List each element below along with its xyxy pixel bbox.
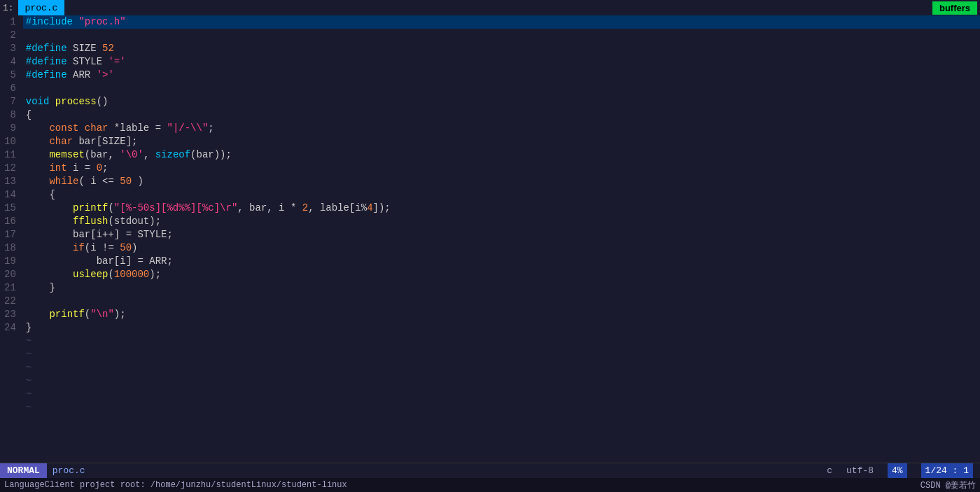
tilde-marker: ~ [23, 348, 980, 361]
tilde-row: ~ [0, 348, 980, 361]
line-content: } [23, 321, 980, 335]
line-content: fflush(stdout); [23, 215, 980, 228]
line-content: if(i != 50) [23, 241, 980, 255]
table-row: 16 fflush(stdout); [0, 215, 980, 228]
status-position: 1/24 : 1 [921, 463, 973, 479]
line-number: 4 [0, 55, 23, 69]
line-content: bar[i] = ARR; [23, 255, 980, 268]
line-number: 20 [0, 268, 23, 281]
editor-area: 1#include "proc.h"2 3#define SIZE 524#de… [0, 15, 980, 463]
tilde-marker: ~ [23, 361, 980, 374]
table-row: 6 [0, 82, 980, 95]
tilde-num [0, 374, 23, 388]
line-content: const char *lable = "|/-\\"; [23, 122, 980, 135]
status-encoding: utf-8 [846, 465, 874, 476]
table-row: 19 bar[i] = ARR; [0, 255, 980, 268]
line-content [23, 29, 980, 42]
tilde-marker: ~ [23, 388, 980, 401]
line-number: 10 [0, 135, 23, 148]
table-row: 8{ [0, 108, 980, 122]
line-content: while( i <= 50 ) [23, 175, 980, 188]
line-content: usleep(100000); [23, 268, 980, 281]
tab-list: 1: proc.c [3, 0, 64, 15]
table-row: 5#define ARR '>' [0, 69, 980, 82]
line-content: { [23, 188, 980, 202]
status-filetype: c [827, 465, 832, 476]
table-row: 21 } [0, 281, 980, 295]
table-row: 1#include "proc.h" [0, 15, 980, 29]
tilde-marker: ~ [23, 401, 980, 414]
tilde-num [0, 388, 23, 401]
line-number: 6 [0, 82, 23, 95]
table-row: 4#define STYLE '=' [0, 55, 980, 69]
buffers-button[interactable]: buffers [932, 1, 977, 15]
line-number: 9 [0, 122, 23, 135]
line-number: 23 [0, 308, 23, 321]
table-row: 24} [0, 321, 980, 335]
status-right: c utf-8 4% 1/24 : 1 [827, 463, 980, 479]
table-row: 22 [0, 295, 980, 308]
line-number: 11 [0, 148, 23, 162]
tilde-marker: ~ [23, 335, 980, 348]
line-content [23, 82, 980, 95]
code-body: 1#include "proc.h"2 3#define SIZE 524#de… [0, 15, 980, 414]
tab-filename: proc.c [25, 3, 58, 13]
line-number: 16 [0, 215, 23, 228]
line-content: #include "proc.h" [23, 15, 980, 29]
tilde-row: ~ [0, 388, 980, 401]
line-content: printf("[%-50s][%d%%][%c]\r", bar, i * 2… [23, 202, 980, 215]
table-row: 13 while( i <= 50 ) [0, 175, 980, 188]
line-content [23, 295, 980, 308]
tab-line-number: 1: [3, 3, 18, 13]
bottom-message: LanguageClient project root: /home/junzh… [4, 480, 347, 490]
mode-badge: NORMAL [0, 463, 47, 479]
line-number: 17 [0, 228, 23, 241]
line-number: 8 [0, 108, 23, 122]
line-number: 15 [0, 202, 23, 215]
line-content: memset(bar, '\0', sizeof(bar)); [23, 148, 980, 162]
tilde-row: ~ [0, 335, 980, 348]
tilde-num [0, 361, 23, 374]
tilde-row: ~ [0, 401, 980, 414]
bottom-bar: LanguageClient project root: /home/junzh… [0, 478, 980, 492]
table-row: 9 const char *lable = "|/-\\"; [0, 122, 980, 135]
table-row: 15 printf("[%-50s][%d%%][%c]\r", bar, i … [0, 202, 980, 215]
line-content: { [23, 108, 980, 122]
line-number: 2 [0, 29, 23, 42]
table-row: 14 { [0, 188, 980, 202]
status-filename: proc.c [52, 465, 85, 476]
table-row: 12 int i = 0; [0, 162, 980, 175]
watermark: CSDN @姜若竹 [920, 479, 976, 491]
table-row: 11 memset(bar, '\0', sizeof(bar)); [0, 148, 980, 162]
line-number: 5 [0, 69, 23, 82]
table-row: 23 printf("\n"); [0, 308, 980, 321]
line-number: 19 [0, 255, 23, 268]
table-row: 18 if(i != 50) [0, 241, 980, 255]
line-content: #define SIZE 52 [23, 42, 980, 55]
line-content: bar[i++] = STYLE; [23, 228, 980, 241]
tilde-num [0, 401, 23, 414]
line-content: #define STYLE '=' [23, 55, 980, 69]
line-number: 24 [0, 321, 23, 335]
line-content: void process() [23, 95, 980, 108]
tilde-marker: ~ [23, 374, 980, 388]
line-number: 21 [0, 281, 23, 295]
table-row: 10 char bar[SIZE]; [0, 135, 980, 148]
line-number: 3 [0, 42, 23, 55]
tilde-row: ~ [0, 374, 980, 388]
line-content: printf("\n"); [23, 308, 980, 321]
line-number: 1 [0, 15, 23, 29]
line-content: #define ARR '>' [23, 69, 980, 82]
tilde-row: ~ [0, 361, 980, 374]
table-row: 3#define SIZE 52 [0, 42, 980, 55]
line-content: int i = 0; [23, 162, 980, 175]
line-number: 13 [0, 175, 23, 188]
tilde-num [0, 335, 23, 348]
tilde-num [0, 348, 23, 361]
line-number: 22 [0, 295, 23, 308]
active-tab[interactable]: proc.c [18, 0, 65, 15]
table-row: 17 bar[i++] = STYLE; [0, 228, 980, 241]
tab-bar: 1: proc.c buffers [0, 0, 980, 15]
line-content: } [23, 281, 980, 295]
table-row: 2 [0, 29, 980, 42]
